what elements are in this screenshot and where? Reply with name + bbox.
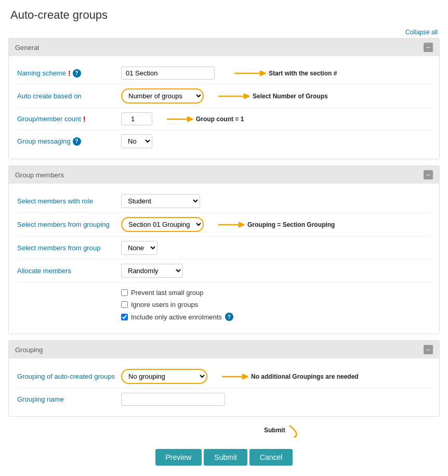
svg-marker-3: [244, 94, 249, 98]
include-active-label: Include only active enrolments: [131, 313, 222, 321]
group-members-section-header: Group members −: [9, 166, 439, 184]
no-grouping-annotation: No additional Groupings are needed: [251, 373, 359, 380]
select-group-controls: None: [121, 241, 431, 255]
grouping-name-input[interactable]: [121, 393, 225, 406]
select-role-controls: Student Teacher Non-editing teacher: [121, 194, 431, 208]
svg-marker-7: [239, 223, 244, 227]
ignore-users-row: Ignore users in groups: [121, 299, 198, 311]
ignore-users-label: Ignore users in groups: [131, 301, 198, 308]
auto-created-groups-controls: No grouping Create new grouping Use exis…: [121, 369, 431, 384]
group-messaging-label: Group messaging ?: [17, 137, 121, 146]
include-active-row: Include only active enrolments ?: [121, 311, 233, 323]
auto-create-select[interactable]: Number of groups Number of members Rando…: [121, 88, 204, 104]
naming-arrow-svg: [234, 68, 266, 79]
ignore-users-checkbox[interactable]: [121, 301, 128, 308]
group-count-input[interactable]: [121, 112, 152, 125]
group-count-controls: Group count = 1: [121, 112, 431, 125]
grouping-section: Grouping − Grouping of auto-created grou…: [8, 340, 440, 417]
naming-annotation: Start with the section #: [269, 70, 337, 77]
group-messaging-row: Group messaging ? No Yes: [17, 130, 431, 152]
include-active-help-icon[interactable]: ?: [225, 313, 233, 321]
grouping-section-body: Grouping of auto-created groups No group…: [9, 358, 439, 416]
naming-scheme-help-icon[interactable]: ?: [73, 69, 81, 78]
general-section: General − Naming scheme ! ?: [8, 38, 440, 159]
auto-create-label: Auto create based on: [17, 92, 121, 100]
select-grouping-row: Select members from grouping Section 01 …: [17, 213, 431, 237]
group-count-row: Group/member count ! Group count = 1: [17, 108, 431, 130]
grouping-name-label: Grouping name: [17, 395, 121, 403]
grouping-collapse-button[interactable]: −: [424, 345, 433, 354]
group-count-label: Group/member count !: [17, 115, 121, 123]
group-members-section: Group members − Select members with role…: [8, 165, 440, 334]
general-collapse-button[interactable]: −: [424, 43, 433, 52]
auto-created-groups-row: Grouping of auto-created groups No group…: [17, 365, 431, 389]
select-role-row: Select members with role Student Teacher…: [17, 190, 431, 213]
cancel-button[interactable]: Cancel: [249, 449, 293, 466]
general-section-label: General: [15, 44, 39, 52]
include-active-checkbox[interactable]: [121, 314, 128, 320]
naming-scheme-input[interactable]: [121, 67, 215, 80]
group-messaging-select[interactable]: No Yes: [121, 134, 152, 148]
select-grouping-label: Select members from grouping: [17, 221, 121, 228]
naming-scheme-controls: Start with the section #: [121, 67, 431, 80]
grouping-name-controls: [121, 393, 431, 406]
naming-scheme-label: Naming scheme ! ?: [17, 69, 121, 78]
auto-create-arrow-svg: [218, 91, 249, 101]
grouping-annotation: Grouping = Section Grouping: [247, 221, 335, 228]
auto-created-groups-select[interactable]: No grouping Create new grouping Use exis…: [121, 369, 207, 384]
group-messaging-controls: No Yes: [121, 134, 431, 148]
svg-marker-9: [243, 375, 248, 379]
group-members-section-body: Select members with role Student Teacher…: [9, 184, 439, 333]
prevent-small-group-checkbox[interactable]: [121, 289, 128, 296]
select-grouping-controls: Section 01 Grouping No grouping Grouping…: [121, 217, 431, 232]
grouping-section-label: Grouping: [15, 346, 43, 354]
group-count-arrow-svg: [167, 114, 193, 124]
grouping-name-row: Grouping name: [17, 389, 431, 410]
checkboxes-row: Prevent last small group Ignore users in…: [17, 282, 431, 327]
select-group-row: Select members from group None: [17, 237, 431, 260]
prevent-small-group-row: Prevent last small group: [121, 287, 203, 299]
prevent-small-group-label: Prevent last small group: [131, 289, 203, 297]
grouping-section-header: Grouping −: [9, 341, 439, 358]
select-role-select[interactable]: Student Teacher Non-editing teacher: [121, 194, 200, 208]
select-group-label: Select members from group: [17, 244, 121, 252]
naming-scheme-error-icon: !: [68, 69, 71, 78]
allocate-row: Allocate members Randomly Alphabetically…: [17, 260, 431, 282]
svg-marker-1: [260, 71, 266, 75]
group-count-error-icon: !: [83, 115, 86, 123]
submit-button[interactable]: Submit: [204, 449, 247, 466]
svg-marker-5: [188, 117, 193, 121]
select-grouping-select[interactable]: Section 01 Grouping No grouping: [121, 217, 204, 232]
group-count-annotation: Group count = 1: [196, 115, 244, 123]
preview-button[interactable]: Preview: [155, 449, 202, 466]
collapse-all-link[interactable]: Collapse all: [405, 29, 438, 36]
auto-create-row: Auto create based on Number of groups Nu…: [17, 84, 431, 108]
auto-create-controls: Number of groups Number of members Rando…: [121, 88, 431, 104]
grouping-arrow-svg: [218, 220, 244, 230]
no-grouping-arrow-svg: [222, 371, 248, 382]
general-section-body: Naming scheme ! ? Start with the section…: [9, 56, 439, 159]
auto-created-groups-label: Grouping of auto-created groups: [17, 372, 121, 380]
group-members-collapse-button[interactable]: −: [424, 170, 433, 179]
button-bar: Preview Submit Cancel: [0, 441, 448, 472]
general-section-header: General −: [9, 38, 439, 56]
select-group-select[interactable]: None: [121, 241, 157, 255]
allocate-controls: Randomly Alphabetically No allocation: [121, 264, 431, 278]
group-members-section-label: Group members: [15, 171, 64, 179]
submit-annotation: Submit: [0, 423, 448, 439]
select-role-label: Select members with role: [17, 197, 121, 205]
page-title: Auto-create groups: [10, 8, 438, 22]
allocate-select[interactable]: Randomly Alphabetically No allocation: [121, 264, 183, 278]
allocate-label: Allocate members: [17, 267, 121, 275]
naming-scheme-row: Naming scheme ! ? Start with the section…: [17, 62, 431, 84]
group-messaging-help-icon[interactable]: ?: [73, 137, 81, 146]
submit-arrow-svg: [287, 423, 302, 439]
auto-create-annotation: Select Number of Groups: [253, 93, 328, 100]
